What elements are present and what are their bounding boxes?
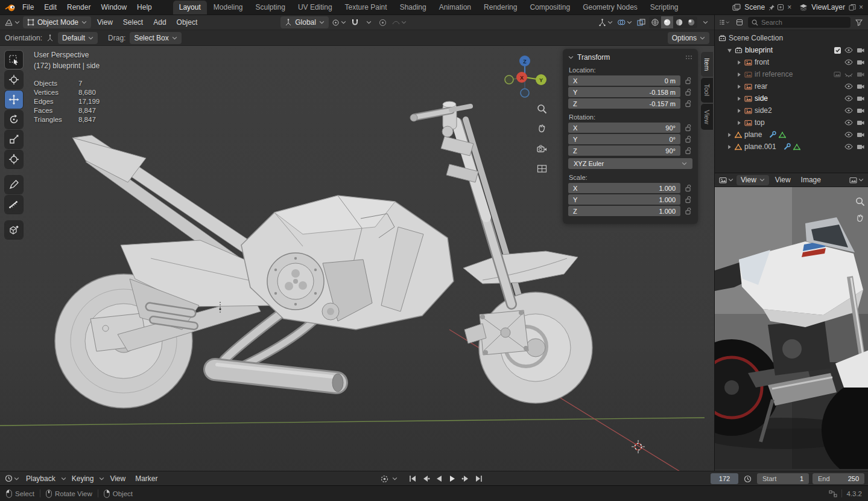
hand-icon[interactable] bbox=[536, 123, 548, 135]
rotation-x-field[interactable]: X90° bbox=[568, 123, 680, 133]
outliner-row-irl-reference[interactable]: irl reference bbox=[715, 68, 868, 80]
3d-viewport[interactable]: User Perspective (172) blueprint | side … bbox=[0, 46, 714, 471]
outliner-row-rear[interactable]: rear bbox=[715, 80, 868, 92]
disclosure-right-icon[interactable] bbox=[727, 132, 732, 138]
zoom-icon[interactable] bbox=[855, 197, 865, 206]
lock-icon[interactable] bbox=[685, 147, 692, 155]
transform-tool[interactable] bbox=[5, 150, 23, 168]
options-dropdown[interactable]: Options bbox=[668, 32, 709, 44]
close-icon[interactable]: × bbox=[858, 3, 864, 11]
cursor-tool[interactable] bbox=[5, 71, 23, 89]
pin-icon[interactable] bbox=[768, 4, 775, 11]
tab-geometry-nodes[interactable]: Geometry Nodes bbox=[577, 1, 644, 14]
panel-grip-icon[interactable] bbox=[685, 53, 692, 62]
blender-logo-icon[interactable] bbox=[4, 4, 17, 11]
zoom-icon[interactable] bbox=[536, 103, 548, 115]
proportional-editing-icon[interactable] bbox=[377, 16, 389, 28]
outliner-row-side2[interactable]: side2 bbox=[715, 104, 868, 116]
tab-view[interactable]: View bbox=[701, 104, 713, 130]
lock-icon[interactable] bbox=[685, 207, 692, 215]
jump-to-next-keyframe-button[interactable] bbox=[460, 473, 471, 485]
menu-edit[interactable]: Edit bbox=[39, 1, 62, 13]
shading-solid-button[interactable] bbox=[661, 16, 673, 28]
location-y-field[interactable]: Y-0.158 m bbox=[568, 87, 680, 97]
menu-ie-image[interactable]: Image bbox=[797, 174, 825, 185]
snap-magnet-icon[interactable] bbox=[349, 16, 361, 28]
eye-icon[interactable] bbox=[844, 120, 853, 126]
disclosure-right-icon[interactable] bbox=[737, 96, 742, 101]
viewlayer-selector[interactable]: ViewLayer bbox=[809, 3, 847, 11]
shading-rendered-button[interactable] bbox=[685, 16, 697, 28]
current-frame-field[interactable]: 172 bbox=[711, 473, 738, 484]
menu-view[interactable]: View bbox=[93, 17, 117, 28]
scale-tool[interactable] bbox=[5, 130, 23, 148]
add-cube-tool[interactable] bbox=[5, 221, 23, 239]
tab-texture-paint[interactable]: Texture Paint bbox=[339, 1, 393, 14]
transform-orientation-dropdown[interactable]: Global bbox=[280, 16, 329, 28]
drag-dropdown[interactable]: Select Box bbox=[130, 32, 181, 44]
outliner-row-side[interactable]: side bbox=[715, 92, 868, 104]
pivot-point-button[interactable] bbox=[331, 16, 347, 28]
orientation-dropdown[interactable]: Default bbox=[58, 32, 98, 44]
menu-render[interactable]: Render bbox=[62, 1, 95, 13]
snap-settings-chevron[interactable] bbox=[363, 16, 375, 28]
move-tool[interactable] bbox=[5, 91, 23, 109]
new-scene-icon[interactable] bbox=[777, 4, 784, 11]
outliner-row-scene-collection[interactable]: Scene Collection bbox=[715, 32, 868, 44]
jump-to-end-button[interactable] bbox=[473, 473, 484, 485]
menu-ie-view[interactable]: View bbox=[771, 174, 795, 185]
location-z-field[interactable]: Z-0.157 m bbox=[568, 98, 680, 109]
lock-icon[interactable] bbox=[685, 196, 692, 203]
jump-to-start-button[interactable] bbox=[407, 473, 418, 485]
measure-tool[interactable] bbox=[5, 196, 23, 214]
tab-rendering[interactable]: Rendering bbox=[478, 1, 523, 14]
lock-icon[interactable] bbox=[685, 124, 692, 132]
timeline-editor-type-button[interactable] bbox=[4, 473, 21, 485]
menu-tl-view[interactable]: View bbox=[106, 473, 130, 484]
tab-modeling[interactable]: Modeling bbox=[207, 1, 249, 14]
eye-icon[interactable] bbox=[844, 107, 853, 113]
ortho-grid-icon[interactable] bbox=[536, 162, 548, 174]
outliner-display-mode-icon[interactable] bbox=[733, 16, 746, 28]
scene-selector[interactable]: Scene bbox=[743, 3, 767, 11]
camera-icon[interactable] bbox=[857, 144, 864, 150]
image-editor-type-button[interactable] bbox=[718, 174, 735, 186]
image-mode-dropdown[interactable]: View bbox=[737, 175, 769, 185]
eye-icon[interactable] bbox=[844, 132, 853, 138]
eye-closed-icon[interactable] bbox=[844, 71, 853, 77]
tab-layout[interactable]: Layout bbox=[173, 1, 207, 14]
disclosure-down-icon[interactable] bbox=[727, 48, 732, 53]
scale-z-field[interactable]: Z1.000 bbox=[568, 206, 680, 216]
menu-window[interactable]: Window bbox=[96, 1, 131, 13]
outliner-row-front[interactable]: front bbox=[715, 56, 868, 68]
eye-icon[interactable] bbox=[844, 95, 853, 101]
menu-playback[interactable]: Playback bbox=[22, 473, 60, 484]
rotation-y-field[interactable]: Y0° bbox=[568, 134, 680, 144]
play-reverse-button[interactable] bbox=[433, 473, 445, 485]
editor-type-button[interactable] bbox=[3, 16, 21, 28]
location-x-field[interactable]: X0 m bbox=[568, 75, 680, 86]
menu-select[interactable]: Select bbox=[119, 17, 147, 28]
disclosure-right-icon[interactable] bbox=[727, 144, 732, 150]
shading-material-button[interactable] bbox=[673, 16, 685, 28]
lock-icon[interactable] bbox=[685, 77, 692, 85]
menu-marker[interactable]: Marker bbox=[131, 473, 162, 484]
tab-sculpting[interactable]: Sculpting bbox=[250, 1, 291, 14]
filter-funnel-icon[interactable] bbox=[853, 16, 865, 28]
tweak-select-tool[interactable] bbox=[5, 51, 23, 69]
outliner-editor-type-button[interactable] bbox=[718, 16, 731, 28]
outliner-row-plane-001[interactable]: plane.001 bbox=[715, 141, 868, 153]
show-overlays-button[interactable] bbox=[616, 16, 633, 28]
eye-icon[interactable] bbox=[844, 144, 853, 150]
modifier-wrench-icon[interactable] bbox=[784, 143, 791, 150]
menu-keying[interactable]: Keying bbox=[68, 473, 98, 484]
outliner-row-plane[interactable]: plane bbox=[715, 129, 868, 141]
show-gizmo-button[interactable] bbox=[597, 16, 614, 28]
menu-object[interactable]: Object bbox=[173, 17, 202, 28]
lock-icon[interactable] bbox=[685, 184, 692, 192]
eye-icon[interactable] bbox=[844, 59, 853, 65]
mesh-data-icon[interactable] bbox=[779, 132, 786, 138]
jump-to-prev-keyframe-button[interactable] bbox=[420, 473, 431, 485]
hand-icon[interactable] bbox=[855, 214, 865, 223]
camera-icon[interactable] bbox=[857, 71, 864, 77]
